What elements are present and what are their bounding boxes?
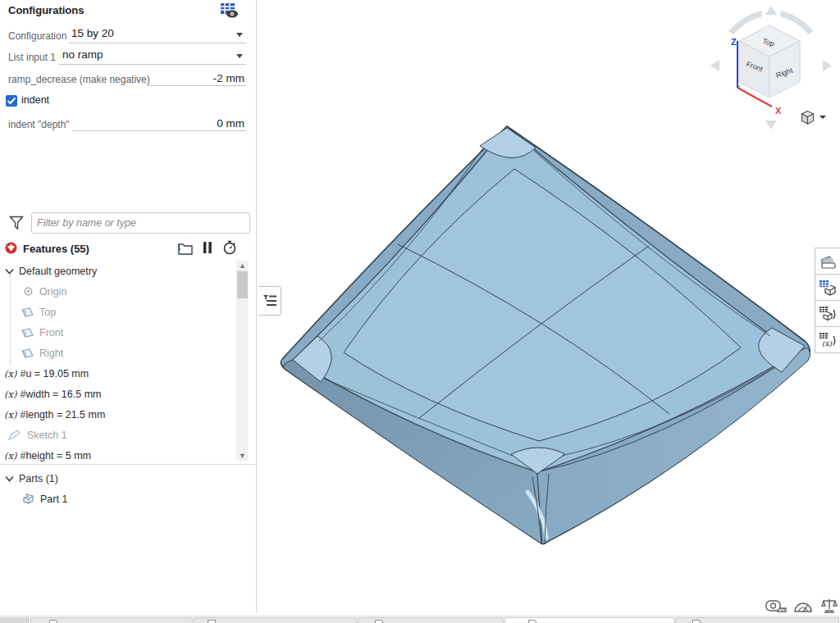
keycap-model[interactable]: [273, 121, 815, 549]
tree-label: #width = 16.5 mm: [20, 389, 101, 400]
part-icon: [23, 493, 34, 504]
tree-label: #length = 21.5 mm: [20, 409, 105, 421]
features-alert-icon[interactable]: [5, 242, 17, 254]
list-input-value[interactable]: no ramp: [62, 48, 103, 61]
svg-text:(x): (x): [822, 339, 833, 348]
list-input-dropdown-caret[interactable]: [236, 54, 243, 58]
configuration-dropdown-caret[interactable]: [236, 33, 243, 37]
protractor-icon[interactable]: [793, 599, 813, 613]
configuration-cube-icon: [819, 279, 837, 297]
tree-item-var-width[interactable]: (x) #width = 16.5 mm: [0, 384, 236, 404]
chevron-down-icon[interactable]: [5, 475, 14, 482]
feature-list-icon: [262, 294, 277, 307]
indent-depth-value[interactable]: 0 mm: [217, 117, 244, 130]
configured-variables-button[interactable]: (x): [815, 326, 840, 353]
scroll-down-arrow[interactable]: ▼: [239, 452, 246, 460]
configuration-panel-button[interactable]: [815, 274, 840, 301]
tree-label: Top: [39, 307, 56, 318]
parts-separator: [0, 464, 255, 465]
tree-item-origin[interactable]: Origin: [0, 281, 236, 302]
scroll-up-arrow[interactable]: ▲: [239, 261, 246, 270]
configured-variables-icon: (x): [819, 331, 837, 349]
appearance-panel-button[interactable]: [815, 248, 840, 275]
tree-label: Default geometry: [19, 266, 97, 277]
tree-label: Front: [39, 327, 63, 339]
tree-label: #u = 19.05 mm: [20, 368, 89, 380]
ramp-decrease-value[interactable]: -2 mm: [213, 72, 244, 84]
configuration-value[interactable]: 15 by 20: [71, 27, 114, 39]
tree-item-var-length[interactable]: (x) #length = 21.5 mm: [0, 404, 236, 425]
plane-icon: [21, 348, 34, 358]
tree-label: Part 1: [40, 493, 67, 505]
filter-funnel-icon: [9, 216, 24, 230]
view-mode-button[interactable]: [800, 108, 833, 126]
plane-icon: [21, 328, 34, 338]
list-input-label: List input 1: [8, 52, 56, 63]
tree-label: #height = 5 mm: [20, 450, 91, 462]
feature-tree-scrollbar[interactable]: ▲ ▼: [236, 261, 249, 461]
part-studio-tab-icon: [375, 620, 383, 623]
list-input-underline: [59, 64, 246, 65]
document-tab-4-active[interactable]: [504, 617, 674, 623]
tree-label: Parts (1): [19, 473, 58, 484]
feature-list-toggle-handle[interactable]: [258, 286, 281, 316]
sketch-pencil-icon: [8, 430, 21, 440]
origin-icon: [24, 287, 33, 296]
variable-icon: (x): [4, 409, 16, 421]
ramp-decrease-underline: [148, 85, 246, 86]
scrollbar-thumb[interactable]: [237, 271, 248, 298]
configuration-label: Configuration: [8, 30, 66, 42]
bottom-tab-bar: [0, 616, 840, 623]
configuration-table-eye-icon[interactable]: [220, 2, 240, 19]
part-studio-tab-icon: [528, 620, 536, 623]
part-studio-tab-icon: [49, 620, 57, 623]
configuration-underline: [69, 43, 246, 43]
suppress-pause-icon[interactable]: [203, 241, 212, 254]
variable-icon: (x): [4, 368, 16, 380]
tree-item-var-height[interactable]: (x) #height = 5 mm: [0, 445, 236, 466]
document-tab-3[interactable]: [358, 617, 504, 623]
ramp-decrease-label: ramp_decrease (make negative): [8, 74, 150, 85]
axis-x-label: X: [775, 106, 782, 116]
tree-group-parts[interactable]: Parts (1): [0, 468, 236, 489]
stopwatch-icon[interactable]: [222, 240, 237, 255]
configured-features-button[interactable]: [815, 300, 840, 327]
tree-item-front-plane[interactable]: Front: [0, 322, 236, 343]
tree-label: Sketch 1: [27, 430, 67, 441]
tree-item-sketch1[interactable]: Sketch 1: [0, 425, 236, 445]
tree-label: Right: [39, 348, 63, 359]
plane-icon: [21, 307, 34, 317]
viewport-3d[interactable]: Y Top Front Right Z X: [257, 0, 840, 616]
configurations-title: Configurations: [8, 4, 84, 16]
document-tab-1[interactable]: [30, 617, 193, 623]
tree-item-part1[interactable]: Part 1: [0, 489, 236, 509]
tree-item-top-plane[interactable]: Top: [0, 302, 236, 322]
axis-z-label: Z: [731, 37, 737, 47]
part-studio-tab-icon: [692, 620, 701, 623]
indent-depth-underline: [72, 130, 246, 131]
appearance-icon: [819, 253, 837, 270]
shaded-cube-icon: [800, 110, 815, 125]
variable-icon: (x): [4, 389, 16, 400]
left-panel: Configurations Configuration 15 by 20 Li…: [0, 0, 257, 613]
mass-properties-scale-icon[interactable]: [821, 598, 838, 613]
document-tab-5[interactable]: [675, 617, 839, 623]
document-tab-2[interactable]: [194, 617, 357, 623]
tree-label: Origin: [39, 286, 66, 298]
configured-features-icon: [819, 305, 837, 323]
indent-checkbox[interactable]: [6, 95, 17, 107]
tab-manager-button[interactable]: [0, 617, 29, 623]
view-mode-caret[interactable]: [819, 116, 826, 119]
new-folder-icon[interactable]: [176, 241, 193, 255]
filter-input[interactable]: [31, 212, 250, 234]
tree-group-default-geometry[interactable]: Default geometry: [0, 261, 236, 281]
indent-depth-label: indent "depth": [8, 119, 70, 130]
tree-item-var-u[interactable]: (x) #u = 19.05 mm: [0, 363, 236, 384]
tape-measure-icon[interactable]: [765, 599, 787, 614]
variable-icon: (x): [4, 450, 16, 462]
indent-label: indent: [21, 94, 49, 106]
features-header: Features (55): [23, 243, 89, 255]
tree-item-right-plane[interactable]: Right: [0, 343, 236, 363]
assembly-tab-icon: [208, 620, 216, 623]
onshape-part-studio: Configurations Configuration 15 by 20 Li…: [0, 0, 840, 623]
